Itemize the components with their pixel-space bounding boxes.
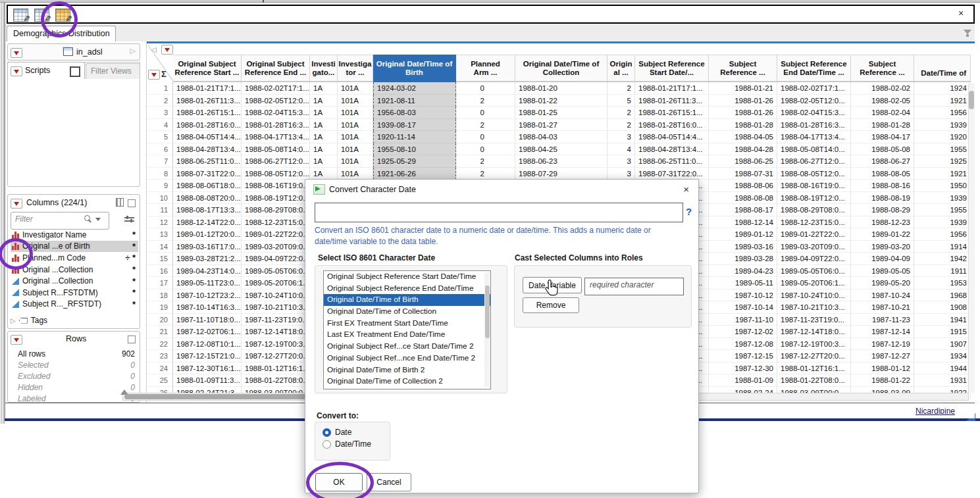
iso-column-option[interactable]: Original Date/Time of Birth 2 (324, 364, 490, 376)
grid-cell[interactable]: 1988-07-31T22:0... (635, 168, 709, 180)
grid-cell[interactable]: 101A (338, 82, 373, 95)
status-link[interactable]: Nicardipine (916, 407, 955, 416)
grid-cell[interactable]: 1988-08-16 (851, 180, 914, 192)
grid-cell[interactable]: 1989-03-20T09:0... (242, 241, 310, 253)
row-number[interactable]: 2 (147, 95, 173, 107)
grid-cell[interactable]: 1989-04-09 (851, 253, 914, 265)
grid-cell[interactable]: 1988-12-23 (851, 216, 914, 229)
grid-cell[interactable]: 1988-08-29T08:0... (242, 204, 310, 216)
grid-cell[interactable]: 1988-08-19 (851, 192, 914, 205)
grid-cell[interactable]: 1988-01-26 (709, 95, 777, 107)
grid-cell[interactable]: 1989-01-22 (851, 228, 914, 241)
grid-cell[interactable]: 1953 (914, 277, 971, 289)
scripts-checkbox[interactable] (70, 66, 80, 77)
grid-cell[interactable]: 1987-11-10 (709, 314, 777, 326)
table-name[interactable]: in_adsl (76, 47, 103, 57)
grid-cell[interactable]: 1987-12-02 (709, 326, 777, 338)
grid-cell[interactable]: 1989-04-09T22:0... (777, 253, 851, 265)
grid-cell[interactable]: 1989-05-20T06:1... (777, 277, 851, 289)
data-table-edit-icon[interactable]: ✎ (13, 9, 28, 22)
iso-column-option[interactable]: Last EX Treatment End Date/Time (324, 329, 490, 341)
grid-cell[interactable]: 1988-02-05T12:0... (777, 95, 851, 107)
grid-cell[interactable]: 1A (310, 107, 338, 119)
grid-cell[interactable]: 1988-07-31T22:0... (173, 168, 242, 180)
grid-cell[interactable]: 1988-08-17 (709, 204, 777, 216)
row-number[interactable]: 3 (147, 107, 173, 119)
filter-funnel-icon[interactable] (964, 30, 971, 34)
grid-cell[interactable]: 1989-03-16T17:0... (173, 241, 242, 253)
grid-cell[interactable]: 1941 (914, 314, 971, 326)
grid-cell[interactable]: 4 (607, 143, 635, 156)
grid-header-cell[interactable]: Original Date/Time of Collection (515, 55, 607, 82)
grid-cell[interactable]: 1920-11-14 (373, 131, 456, 143)
grid-cell[interactable]: 1988-08-19T12:0... (777, 192, 851, 205)
grid-cell[interactable]: 1988-04-05T14:4... (173, 131, 242, 143)
grid-cell[interactable]: 1988-05-08 (851, 143, 914, 156)
grid-cell[interactable]: 1988-07-31 (709, 168, 777, 180)
grid-cell[interactable]: 1989-03-28T21:2... (173, 253, 242, 265)
grid-cell[interactable]: 1921 (914, 168, 971, 180)
grid-cell[interactable]: 2 (456, 119, 515, 132)
grid-cell[interactable]: 1988-12-14 (709, 216, 777, 229)
grid-header-cell[interactable]: Investiga tor ... (338, 55, 373, 82)
iso-column-option[interactable]: First EX Treatment Start Date/Time (324, 318, 490, 330)
row-number[interactable]: 25 (147, 374, 173, 387)
grid-header-cell[interactable]: Original Subject Reference End ... (242, 55, 310, 82)
grid-cell[interactable]: 1988-08-29T08:0... (777, 204, 851, 216)
grid-cell[interactable]: 1988-06-25T11:0... (173, 155, 242, 168)
grid-cell[interactable]: 1921 (914, 95, 971, 107)
grid-cell[interactable]: 3 (607, 131, 635, 143)
grid-cell[interactable]: 1988-01-22 (851, 374, 914, 387)
grid-cell[interactable]: 1939-08-17 (373, 119, 456, 132)
grid-cell[interactable]: 1924-03-02 (373, 82, 456, 95)
grid-cell[interactable]: 1934 (914, 350, 971, 362)
grid-cell[interactable]: 1987-12-08T10:1... (173, 338, 242, 351)
grid-cell[interactable]: 1988-12-23T15:0... (242, 216, 310, 229)
grid-cell[interactable]: 1924 (914, 82, 971, 95)
grid-cell[interactable]: 1A (310, 119, 338, 132)
grid-cell[interactable]: 1907 (914, 338, 971, 351)
grid-cell[interactable]: 1A (310, 143, 338, 156)
grid-cell[interactable]: 1931 (914, 374, 971, 387)
grid-cell[interactable]: 1988-06-23 (515, 155, 607, 168)
grid-cell[interactable]: 1987-12-15 (709, 350, 777, 362)
grid-cell[interactable]: 1925-05-29 (373, 155, 456, 168)
grid-cell[interactable]: 1989-05-20 (851, 277, 914, 289)
grid-cell[interactable]: 1939 (914, 119, 971, 132)
grid-cell[interactable]: 1A (310, 155, 338, 168)
grid-cell[interactable]: 1988-06-27T12:0... (777, 155, 851, 168)
grid-cell[interactable]: 1988-01-28T16:3... (242, 119, 310, 132)
grid-cell[interactable]: 1988-08-06T18:0... (173, 180, 242, 192)
grid-cell[interactable]: 1988-08-19T12:0... (242, 192, 310, 205)
grid-cell[interactable]: 1989-05-11T23:0... (173, 277, 242, 289)
grid-cell[interactable]: 3 (607, 168, 635, 180)
remove-button[interactable]: Remove (523, 297, 579, 313)
grid-cell[interactable]: 1988-02-04 (851, 107, 914, 119)
grid-cell[interactable]: 1988-02-02 (851, 82, 914, 95)
grid-cell[interactable]: 1988-12-23T15:0... (777, 216, 851, 229)
rows-panel-maximize-icon[interactable] (128, 336, 136, 343)
grid-cell[interactable]: 1987-12-30T16:1... (173, 362, 242, 375)
grid-cell[interactable]: 1911 (914, 265, 971, 278)
grid-cell[interactable]: 1988-01-22T08:0... (242, 374, 310, 387)
grid-cell[interactable]: 1968 (914, 289, 971, 302)
grid-cell[interactable]: 1987-12-15T21:0... (173, 350, 242, 362)
grid-cell[interactable]: 1987-12-14T18:0... (777, 326, 851, 338)
row-number[interactable]: 1 (147, 82, 173, 95)
grid-cell[interactable]: 1988-01-22T08:0... (777, 374, 851, 387)
grid-cell[interactable]: 1988-08-08T20:0... (173, 192, 242, 205)
column-list-item[interactable]: Subject R...FSTDTM)* (11, 287, 138, 299)
grid-cell[interactable]: 101A (338, 131, 373, 143)
grid-cell[interactable]: 1956-08-03 (373, 107, 456, 119)
toolbar-close-icon[interactable]: × (955, 8, 967, 18)
grid-cell[interactable]: 101A (338, 143, 373, 156)
grid-cell[interactable]: 1988-01-12 (851, 362, 914, 375)
row-number[interactable]: 18 (147, 289, 173, 302)
grid-cell[interactable]: 1987-10-14T16:3... (173, 301, 242, 314)
row-number[interactable]: 10 (147, 192, 173, 205)
grid-header-cell[interactable]: Planned Arm ... (456, 55, 515, 82)
grid-cell[interactable]: 1921-08-11 (373, 95, 456, 107)
grid-header-cell[interactable]: Subject Reference Start Date/... (635, 55, 709, 82)
vertical-scrollbar[interactable] (968, 84, 975, 393)
grid-cell[interactable]: 1920 (914, 131, 971, 143)
